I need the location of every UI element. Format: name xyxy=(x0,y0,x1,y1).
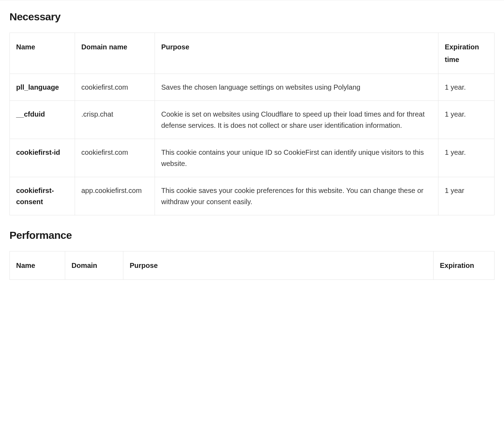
cookie-name: cookiefirst-consent xyxy=(10,177,75,215)
cookie-purpose: This cookie saves your cookie preference… xyxy=(155,177,438,215)
cookie-table-performance: Name Domain Purpose Expiration xyxy=(9,251,495,280)
table-row: pll_language cookiefirst.com Saves the c… xyxy=(10,74,495,101)
table-row: __cfduid .crisp.chat Cookie is set on we… xyxy=(10,101,495,139)
cookie-purpose: This cookie contains your unique ID so C… xyxy=(155,139,438,177)
cookie-expiration: 1 year xyxy=(438,177,495,215)
cookie-domain: cookiefirst.com xyxy=(75,74,155,101)
column-header-domain: Domain xyxy=(65,251,123,280)
cookie-name: __cfduid xyxy=(10,101,75,139)
cookie-purpose: Cookie is set on websites using Cloudfla… xyxy=(155,101,438,139)
column-header-purpose: Purpose xyxy=(123,251,434,280)
cookie-name: pll_language xyxy=(10,74,75,101)
column-header-domain: Domain name xyxy=(75,33,155,74)
table-header-row: Name Domain name Purpose Expiration time xyxy=(10,33,495,74)
column-header-expiration: Expiration xyxy=(434,251,495,280)
column-header-name: Name xyxy=(10,251,65,280)
cookie-purpose: Saves the chosen language settings on we… xyxy=(155,74,438,101)
cookie-name: cookiefirst-id xyxy=(10,139,75,177)
column-header-purpose: Purpose xyxy=(155,33,438,74)
cookie-domain: .crisp.chat xyxy=(75,101,155,139)
cookie-table-necessary: Name Domain name Purpose Expiration time… xyxy=(9,33,495,215)
table-header-row: Name Domain Purpose Expiration xyxy=(10,251,495,280)
table-row: cookiefirst-consent app.cookiefirst.com … xyxy=(10,177,495,215)
cookie-expiration: 1 year. xyxy=(438,139,495,177)
section-heading-performance: Performance xyxy=(9,229,495,241)
cookie-domain: app.cookiefirst.com xyxy=(75,177,155,215)
cookie-domain: cookiefirst.com xyxy=(75,139,155,177)
cookie-expiration: 1 year. xyxy=(438,101,495,139)
section-heading-necessary: Necessary xyxy=(9,11,495,23)
cookie-expiration: 1 year. xyxy=(438,74,495,101)
table-row: cookiefirst-id cookiefirst.com This cook… xyxy=(10,139,495,177)
column-header-name: Name xyxy=(10,33,75,74)
column-header-expiration: Expiration time xyxy=(438,33,495,74)
